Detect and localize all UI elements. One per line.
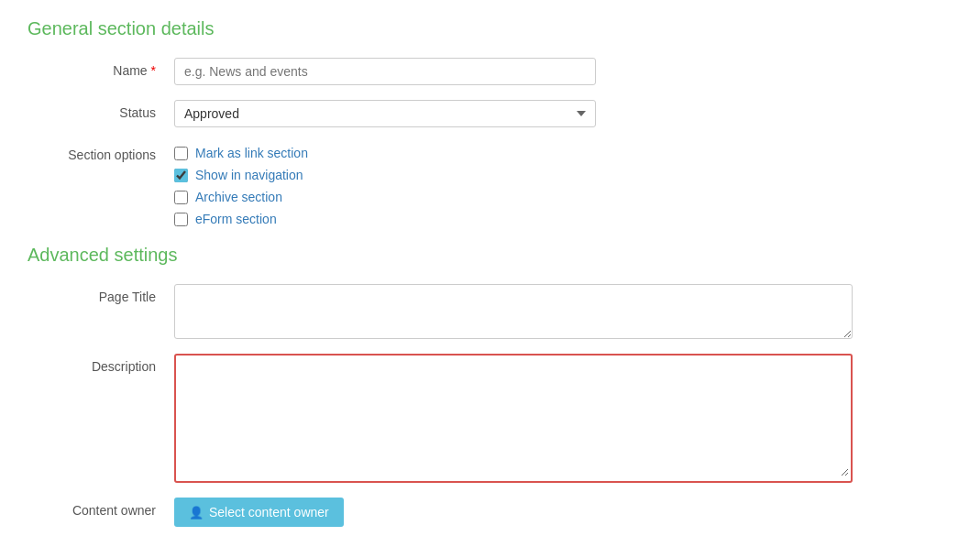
eform-section-checkbox[interactable] xyxy=(174,213,188,226)
description-label: Description xyxy=(28,354,174,374)
show-in-nav-label[interactable]: Show in navigation xyxy=(195,168,303,182)
description-container xyxy=(174,354,853,483)
general-section-title: General section details xyxy=(28,18,952,39)
page-title-label: Page Title xyxy=(28,284,174,304)
section-options-container: Mark as link section Show in navigation … xyxy=(174,142,308,226)
name-input[interactable] xyxy=(174,58,596,85)
archive-section-row: Archive section xyxy=(174,190,308,204)
show-in-nav-row: Show in navigation xyxy=(174,168,308,182)
mark-as-link-label[interactable]: Mark as link section xyxy=(195,146,308,160)
archive-section-checkbox[interactable] xyxy=(174,191,188,204)
mark-as-link-checkbox[interactable] xyxy=(174,147,188,160)
select-content-owner-button[interactable]: Select content owner xyxy=(174,498,344,527)
show-in-nav-checkbox[interactable] xyxy=(174,169,188,182)
page-title-row: Page Title xyxy=(28,284,952,339)
description-input[interactable] xyxy=(178,357,849,476)
advanced-settings-title: Advanced settings xyxy=(28,245,952,266)
status-field-row: Status Approved Draft Archived xyxy=(28,100,952,127)
status-label: Status xyxy=(28,100,174,120)
name-field-row: Name * xyxy=(28,58,952,85)
archive-section-label[interactable]: Archive section xyxy=(195,190,282,204)
page-title-input[interactable] xyxy=(174,284,853,339)
user-icon xyxy=(189,505,204,520)
eform-section-label[interactable]: eForm section xyxy=(195,212,277,226)
advanced-settings-section: Advanced settings Page Title Description… xyxy=(28,245,952,527)
section-options-row: Section options Mark as link section Sho… xyxy=(28,142,952,226)
description-row: Description xyxy=(28,354,952,483)
mark-as-link-row: Mark as link section xyxy=(174,146,308,160)
content-owner-row: Content owner Select content owner xyxy=(28,498,952,527)
status-select[interactable]: Approved Draft Archived xyxy=(174,100,596,127)
status-select-wrapper: Approved Draft Archived xyxy=(174,100,596,127)
select-content-owner-label: Select content owner xyxy=(209,505,329,520)
content-owner-label: Content owner xyxy=(28,498,174,518)
eform-section-row: eForm section xyxy=(174,212,308,226)
name-label: Name * xyxy=(28,58,174,78)
section-options-label: Section options xyxy=(28,142,174,162)
